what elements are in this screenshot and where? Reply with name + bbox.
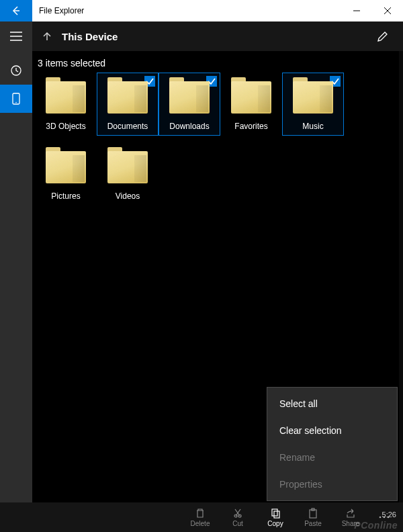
svg-rect-7 <box>310 510 316 518</box>
toolbar-label: Paste <box>304 520 322 527</box>
folder-item[interactable]: Music <box>282 73 344 136</box>
device-icon <box>11 93 21 105</box>
folder-item[interactable]: Pictures <box>35 142 97 206</box>
folder-label: Downloads <box>169 122 209 131</box>
menu-button[interactable] <box>0 21 32 51</box>
minimize-button[interactable] <box>341 0 372 21</box>
rail-recent[interactable] <box>0 56 32 85</box>
toolbar-paste[interactable]: Paste <box>294 502 332 532</box>
arrow-left-icon <box>11 5 21 16</box>
folder-icon <box>169 77 210 115</box>
svg-point-9 <box>379 517 382 519</box>
hamburger-icon <box>10 32 22 41</box>
folder-icon <box>231 77 271 115</box>
folder-icon <box>46 147 86 185</box>
folder-icon <box>107 147 148 185</box>
toolbar-copy[interactable]: Copy <box>257 502 294 532</box>
context-menu-item[interactable]: Clear selection <box>267 417 397 444</box>
nav-rail <box>0 51 32 502</box>
context-menu-item: Properties <box>267 471 397 498</box>
context-menu-item[interactable]: Select all <box>267 390 397 417</box>
svg-rect-6 <box>274 511 279 518</box>
svg-point-10 <box>384 517 386 519</box>
folder-label: Music <box>302 122 323 131</box>
window-controls <box>341 0 403 21</box>
toolbar-cut[interactable]: Cut <box>219 502 257 532</box>
folder-icon <box>293 77 333 115</box>
close-icon <box>384 7 391 14</box>
folder-label: 3D Objects <box>46 122 85 131</box>
folder-icon <box>107 77 148 115</box>
folder-grid: 3D ObjectsDocumentsDownloadsFavoritesMus… <box>32 73 399 212</box>
folder-icon <box>46 77 86 115</box>
location-title: This Device <box>62 31 371 42</box>
toolbar-label: Copy <box>267 520 283 527</box>
folder-item[interactable]: Documents <box>97 73 159 136</box>
svg-point-2 <box>15 102 17 103</box>
header-row: This Device <box>0 21 403 51</box>
trash-icon <box>195 508 206 520</box>
toolbar-delete[interactable]: Delete <box>181 502 219 532</box>
window-title: File Explorer <box>39 6 341 15</box>
back-button[interactable] <box>0 0 32 21</box>
context-menu-item: Rename <box>267 444 397 471</box>
folder-item[interactable]: Downloads <box>159 73 220 136</box>
paste-icon <box>308 508 318 520</box>
folder-item[interactable]: Favorites <box>220 73 282 136</box>
rail-device[interactable] <box>0 85 32 113</box>
toolbar-label: Delete <box>191 520 210 527</box>
svg-point-11 <box>388 517 390 519</box>
pencil-icon <box>377 30 389 42</box>
svg-rect-5 <box>272 509 277 516</box>
context-menu: Select allClear selectionRenamePropertie… <box>267 387 398 501</box>
toolbar-label: Share <box>342 520 360 527</box>
up-button[interactable] <box>32 21 62 51</box>
close-button[interactable] <box>372 0 403 21</box>
share-icon <box>345 508 356 520</box>
selection-status: 3 items selected <box>32 51 399 73</box>
toolbar-share[interactable]: Share <box>332 502 369 532</box>
folder-label: Videos <box>116 191 140 201</box>
folder-item[interactable]: 3D Objects <box>35 73 97 136</box>
edit-button[interactable] <box>371 24 395 48</box>
folder-label: Pictures <box>51 191 80 201</box>
folder-label: Favorites <box>234 122 267 131</box>
ellipsis-icon <box>378 515 390 519</box>
more-button[interactable] <box>369 502 399 532</box>
title-bar: File Explorer <box>0 0 403 21</box>
minimize-icon <box>353 7 360 14</box>
folder-label: Documents <box>107 122 148 131</box>
cut-icon <box>232 508 243 520</box>
toolbar-label: Cut <box>232 520 243 527</box>
recent-icon <box>10 64 22 77</box>
copy-icon <box>270 508 281 520</box>
bottom-toolbar: DeleteCutCopyPasteShare <box>0 502 403 532</box>
folder-item[interactable]: Videos <box>97 142 159 206</box>
arrow-up-icon <box>42 31 52 42</box>
